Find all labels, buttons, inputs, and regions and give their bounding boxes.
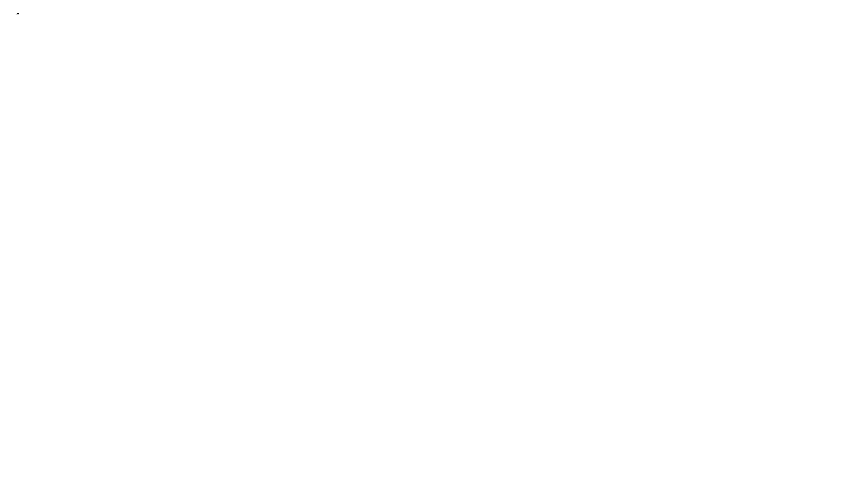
- section-number-1: 1: [14, 11, 20, 14]
